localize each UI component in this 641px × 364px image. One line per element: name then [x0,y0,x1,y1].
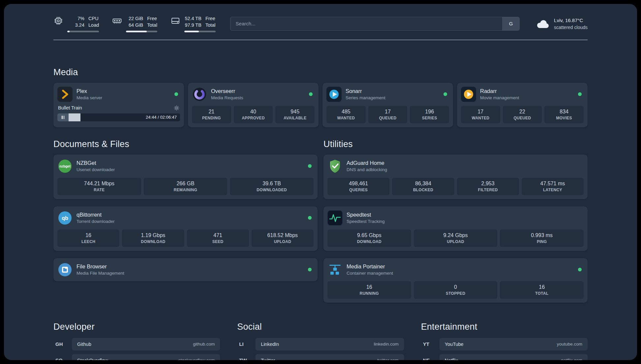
stat-tile: 266 GB REMAINING [144,178,228,195]
status-dot [308,216,312,220]
bookmark-github[interactable]: GH Github github.com [53,338,220,350]
bookmark-name: Github [77,342,91,347]
section-title-social: Social [237,322,404,332]
cpu-icon [53,16,63,26]
service-plex-link[interactable]: Plex Media server [57,87,180,102]
weather-widget: Lviv, 16.87°C scattered clouds [535,17,588,31]
memory-bar [126,31,157,32]
status-dot [578,268,582,271]
bookmark-name: Twitter [261,358,275,360]
bookmark-linkedin[interactable]: LI LinkedIn linkedin.com [237,338,404,350]
stat-value: 945 [277,109,313,115]
status-dot [578,92,582,96]
stat-label: LEECH [59,239,118,244]
memory-bar-fill [126,31,146,32]
disk-bar [184,31,216,32]
stat-value: 16 [59,232,118,238]
section-title-documents: Documents & Files [53,139,318,149]
stat-label: DOWNLOAD [123,239,183,244]
stat-tile: 21 PENDING [192,106,231,123]
settings-icon[interactable] [174,105,179,111]
weather-location: Lviv, 16.87°C [554,17,588,24]
bookmark-url: twitter.com [377,358,399,360]
stat-value: 17 [370,109,406,115]
section-title-utilities: Utilities [323,139,588,149]
stat-tile: 945 AVAILABLE [275,106,315,123]
stat-label: DOWNLOAD [329,239,410,244]
stats-row: 21 PENDING 40 APPROVED 945 AVAILABLE [192,106,315,123]
section-title-developer: Developer [53,322,220,332]
status-dot [308,164,312,168]
service-desc: DNS and adblocking [347,167,387,173]
memory-icon [112,16,122,26]
service-radarr-link[interactable]: Radarr Movie management [461,87,584,102]
status-dot [309,92,313,96]
service-name: Media Portainer [347,263,393,270]
stat-label: BLOCKED [393,188,453,192]
now-playing-title: Bullet Train [58,105,82,110]
pause-button[interactable] [57,113,69,121]
bookmark-twitter[interactable]: TW Twitter twitter.com [237,354,404,360]
progress-track[interactable] [69,113,142,121]
weather-condition: scattered clouds [554,24,588,31]
cpu-load-value: 3.24 [75,22,84,28]
service-adguard-link[interactable]: AdGuard Home DNS and adblocking [327,159,584,174]
stat-label: WANTED [462,116,499,120]
bookmark-name: StackOverflow [77,358,108,360]
service-overseerr-link[interactable]: Overseerr Media Requests [192,87,315,102]
utilities-column: Utilities [323,139,588,303]
stats-row: 17 WANTED 22 QUEUED 834 MOVIES [461,106,584,123]
service-desc: Media Requests [211,95,243,101]
service-filebrowser-link[interactable]: File Browser Media File Management [57,262,314,277]
stat-value: 9.24 Gbps [415,232,496,238]
bookmark-netflix[interactable]: NF Netflix netflix.com [421,354,588,360]
search-input[interactable] [230,17,503,30]
cpu-load-label: Load [88,22,99,28]
stat-tile: 2,953 FILTERED [457,178,519,195]
search-provider-button[interactable]: G [502,17,519,30]
service-desc: Usenet downloader [76,167,115,173]
stat-label: RUNNING [329,291,410,296]
bookmark-youtube[interactable]: YT YouTube youtube.com [421,338,588,350]
stat-tile: 0.993 ms PING [500,229,584,247]
cpu-usage-label: CPU [88,15,99,22]
service-portainer-link[interactable]: Media Portainer Container management [327,262,584,277]
service-sonarr-link[interactable]: Sonarr Series management [326,87,449,102]
stats-row: 16 RUNNING 0 STOPPED 16 TOTAL [327,281,584,299]
service-card-sonarr: Sonarr Series management 485 WANTED 17 Q… [322,83,453,127]
service-qbittorrent-link[interactable]: qb qBittorrent Torrent downloader [57,210,314,226]
sonarr-icon [326,87,342,102]
stat-tile: 618.52 Mbps UPLOAD [252,229,314,247]
stat-tile: 196 SERIES [410,106,449,123]
service-desc: Media File Management [76,270,124,276]
overseerr-icon [192,87,207,102]
service-card-plex: Plex Media server Bullet Train [53,83,184,127]
stat-value: 17 [462,109,499,115]
bookmark-abbr: NF [421,357,440,360]
service-nzbget-link[interactable]: nzbget NZBGet Usenet downloader [57,159,314,174]
stat-label: STOPPED [415,291,496,296]
speedtest-icon [327,210,343,226]
stat-label: UPLOAD [253,239,312,244]
stat-value: 498,461 [329,181,388,187]
stats-row: 498,461 QUERIES 86,384 BLOCKED 2,953 FIL… [327,178,584,195]
bookmark-name: Netflix [445,358,458,360]
stat-label: PENDING [193,116,230,120]
service-desc: Torrent downloader [76,219,115,225]
stat-value: 266 GB [145,181,226,187]
entertainment-group: Entertainment YT YouTube youtube.com NF … [421,322,588,360]
stat-value: 16 [501,284,582,290]
status-dot [174,92,178,96]
stat-value: 21 [193,109,230,115]
bookmark-stackoverflow[interactable]: SO StackOverflow stackoverflow.com [53,354,220,360]
nzbget-icon: nzbget [57,159,73,174]
service-name: Overseerr [211,88,243,95]
stat-value: 86,384 [393,181,453,187]
stat-tile: 1.19 Gbps DOWNLOAD [122,229,184,247]
bookmark-url: youtube.com [557,342,582,347]
cloud-icon [535,17,550,30]
bookmark-url: github.com [193,342,215,347]
service-card-nzbget: nzbget NZBGet Usenet downloader 744.21 M… [53,155,318,199]
progress-fill [69,113,80,121]
service-speedtest-link[interactable]: Speedtest Speedtest Tracking [327,210,584,226]
